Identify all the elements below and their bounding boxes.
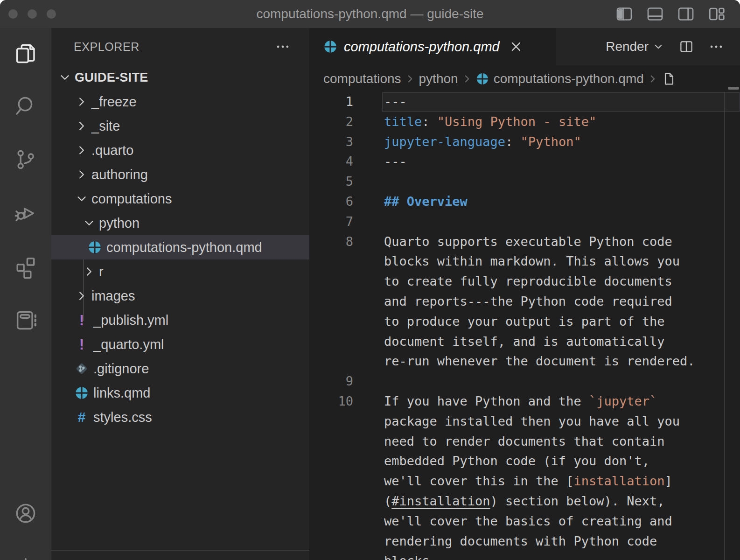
split-editor-icon[interactable] xyxy=(678,39,694,55)
sidebar-title: EXPLORER xyxy=(74,40,140,54)
activity-bar-item-explorer[interactable] xyxy=(14,42,38,66)
line-number[interactable]: 5 xyxy=(309,172,353,192)
code-line[interactable]: we'll cover the basics of creating and xyxy=(309,511,740,532)
code-line[interactable]: 7 xyxy=(309,212,740,232)
code-editor[interactable]: 1---2title: "Using Python - site"3jupyte… xyxy=(309,92,740,560)
tree-item-guide-site[interactable]: GUIDE-SITE xyxy=(51,65,309,90)
tree-item--quarto-yml[interactable]: !_quarto.yml xyxy=(51,332,309,357)
code-line[interactable]: 5 xyxy=(309,172,740,192)
tree-item-computations-python-qmd[interactable]: computations-python.qmd xyxy=(51,235,309,259)
code-line[interactable]: 4--- xyxy=(309,152,740,172)
code-text: Quarto supports executable Python code xyxy=(353,232,672,252)
activity-bar-item-extensions[interactable] xyxy=(14,255,38,279)
titlebar: computations-python.qmd — guide-site xyxy=(0,0,740,28)
customize-layout-icon[interactable] xyxy=(707,5,726,23)
code-line[interactable]: 1--- xyxy=(309,92,740,112)
code-line[interactable]: document itself, and is automatically xyxy=(309,332,740,352)
activity-bar-item-source-control[interactable] xyxy=(14,147,38,172)
code-line[interactable]: embedded Python code (if you don't, xyxy=(309,451,740,471)
line-number[interactable]: 4 xyxy=(309,152,353,172)
breadcrumb-item-computations-python-qmd[interactable]: computations-python.qmd xyxy=(476,71,644,86)
scrollbar-thumb[interactable] xyxy=(728,87,739,90)
line-number[interactable] xyxy=(309,252,353,272)
code-text: title: "Using Python - site" xyxy=(353,112,596,132)
line-number[interactable]: 7 xyxy=(309,212,353,232)
code-line[interactable]: 2title: "Using Python - site" xyxy=(309,112,740,132)
line-number[interactable] xyxy=(309,351,353,371)
code-line[interactable]: 3jupyter-language: "Python" xyxy=(309,132,740,152)
line-number[interactable]: 6 xyxy=(309,192,353,212)
line-number[interactable] xyxy=(309,432,353,452)
line-number[interactable] xyxy=(309,491,353,511)
line-number[interactable] xyxy=(309,332,353,352)
code-line[interactable]: we'll cover this in the [installation] xyxy=(309,471,740,491)
line-number[interactable] xyxy=(309,451,353,471)
more-actions-icon[interactable] xyxy=(275,39,291,55)
toggle-primary-sidebar-icon[interactable] xyxy=(615,5,634,23)
chevron-right-icon xyxy=(404,73,416,85)
line-number[interactable]: 8 xyxy=(309,232,353,252)
toggle-panel-icon[interactable] xyxy=(646,5,664,23)
activity-bar-item-account[interactable] xyxy=(14,501,38,525)
line-number[interactable]: 9 xyxy=(309,371,353,392)
line-number[interactable] xyxy=(309,551,353,560)
code-line[interactable]: 6## Overview xyxy=(309,192,740,212)
close-icon[interactable] xyxy=(509,40,523,54)
tree-item--site[interactable]: _site xyxy=(51,114,309,138)
tab-computations-python[interactable]: computations-python.qmd xyxy=(309,28,556,65)
minimize-window-button[interactable] xyxy=(28,9,37,19)
chevron-down-icon xyxy=(58,70,72,84)
code-line[interactable]: 9 xyxy=(309,371,740,392)
outline-section-header[interactable]: OUTLINE xyxy=(51,553,309,560)
tab-label: computations-python.qmd xyxy=(344,39,500,55)
breadcrumb-item-symbol[interactable] xyxy=(662,71,677,86)
line-number[interactable] xyxy=(309,292,353,312)
tree-item-r[interactable]: r xyxy=(51,259,309,284)
line-number[interactable]: 3 xyxy=(309,132,353,152)
tab-bar: computations-python.qmd Render xyxy=(309,28,740,65)
code-line[interactable]: rendering documents with Python code xyxy=(309,532,740,552)
code-line[interactable]: to produce your output is part of the xyxy=(309,312,740,332)
code-line[interactable]: blocks. xyxy=(309,551,740,560)
code-line[interactable]: 8Quarto supports executable Python code xyxy=(309,232,740,252)
code-line[interactable]: package installed then you have all you xyxy=(309,412,740,432)
tree-item--quarto[interactable]: .quarto xyxy=(51,138,309,162)
line-number[interactable] xyxy=(309,272,353,292)
close-window-button[interactable] xyxy=(8,9,18,19)
breadcrumb-item-computations[interactable]: computations xyxy=(323,71,401,86)
tree-item-styles-css[interactable]: #styles.css xyxy=(51,405,309,429)
tree-item-python[interactable]: python xyxy=(51,211,309,235)
tree-item--gitignore[interactable]: .gitignore xyxy=(51,357,309,381)
line-number[interactable]: 2 xyxy=(309,112,353,132)
activity-bar-item-search[interactable] xyxy=(14,94,38,119)
tree-item-authoring[interactable]: authoring xyxy=(51,162,309,187)
code-line[interactable]: re-run whenever the document is rendered… xyxy=(309,351,740,371)
line-number[interactable] xyxy=(309,312,353,332)
line-number[interactable] xyxy=(309,511,353,532)
breadcrumb-item-python[interactable]: python xyxy=(419,71,458,86)
tree-item-links-qmd[interactable]: links.qmd xyxy=(51,381,309,405)
line-number[interactable] xyxy=(309,532,353,552)
zoom-window-button[interactable] xyxy=(47,9,56,19)
code-line[interactable]: to create fully reproducible documents xyxy=(309,272,740,292)
more-actions-icon[interactable] xyxy=(708,39,724,55)
code-line[interactable]: and reports---the Python code required xyxy=(309,292,740,312)
activity-bar-item-run-debug[interactable] xyxy=(14,201,38,225)
activity-bar-item-settings[interactable] xyxy=(14,556,38,560)
line-number[interactable] xyxy=(309,412,353,432)
code-line[interactable]: blocks within markdown. This allows you xyxy=(309,252,740,272)
editor-actions: Render xyxy=(606,28,740,65)
activity-bar-item-notebook[interactable] xyxy=(14,308,38,332)
tree-item-computations[interactable]: computations xyxy=(51,187,309,211)
line-number[interactable]: 1 xyxy=(309,92,353,112)
code-line[interactable]: (#installation) section below). Next, xyxy=(309,491,740,511)
tree-item-images[interactable]: images xyxy=(51,284,309,308)
render-button[interactable]: Render xyxy=(606,39,664,54)
tree-item--publish-yml[interactable]: !_publish.yml xyxy=(51,308,309,332)
tree-item--freeze[interactable]: _freeze xyxy=(51,90,309,114)
toggle-secondary-sidebar-icon[interactable] xyxy=(677,5,695,23)
line-number[interactable]: 10 xyxy=(309,392,353,412)
code-line[interactable]: 10If you have Python and the `jupyter` xyxy=(309,392,740,412)
code-line[interactable]: need to render documents that contain xyxy=(309,432,740,452)
line-number[interactable] xyxy=(309,471,353,491)
